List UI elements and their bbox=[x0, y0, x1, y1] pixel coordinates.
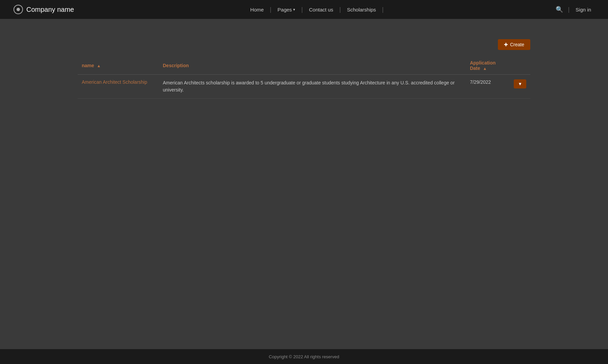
scholarship-table: name ▲ Description Application Date ▲ Am… bbox=[78, 57, 530, 99]
plus-icon: ✚ bbox=[504, 42, 508, 47]
brand-name: Company name bbox=[26, 6, 74, 14]
nav-link-contact[interactable]: Contact us bbox=[303, 7, 339, 12]
copyright-text: Copyright © 2022 All rights reserved bbox=[269, 354, 339, 359]
nav-link-scholarships[interactable]: Scholarships bbox=[341, 7, 382, 12]
logo-icon bbox=[14, 5, 23, 14]
nav-actions: 🔍 | Sign in bbox=[554, 4, 594, 15]
row-action-button[interactable]: ▼ bbox=[514, 79, 526, 88]
main-content: ✚ Create name ▲ Description Application … bbox=[0, 19, 608, 112]
row-description: American Architects scholarship is award… bbox=[159, 75, 466, 99]
row-action-cell: ▼ bbox=[510, 75, 530, 99]
chevron-down-icon: ▼ bbox=[518, 81, 522, 86]
table-header-row: name ▲ Description Application Date ▲ bbox=[78, 57, 530, 75]
signin-button[interactable]: Sign in bbox=[572, 7, 594, 12]
col-name-label: name bbox=[82, 63, 94, 68]
table-row: American Architect Scholarship American … bbox=[78, 75, 530, 99]
nav-link-pages-label: Pages bbox=[278, 7, 292, 12]
toolbar: ✚ Create bbox=[78, 39, 530, 50]
sort-icon-date: ▲ bbox=[483, 66, 487, 71]
sort-icon-name: ▲ bbox=[97, 63, 101, 68]
search-icon[interactable]: 🔍 bbox=[554, 4, 565, 15]
chevron-down-icon: ▾ bbox=[293, 7, 295, 12]
col-header-actions bbox=[510, 57, 530, 75]
footer: Copyright © 2022 All rights reserved bbox=[0, 349, 608, 364]
row-name[interactable]: American Architect Scholarship bbox=[78, 75, 159, 99]
nav-divider-4: | bbox=[382, 6, 384, 13]
row-date: 7/29/2022 bbox=[466, 75, 510, 99]
create-button[interactable]: ✚ Create bbox=[498, 39, 530, 50]
brand[interactable]: Company name bbox=[14, 5, 74, 14]
col-header-application-date[interactable]: Application Date ▲ bbox=[466, 57, 510, 75]
col-description-label: Description bbox=[163, 63, 189, 68]
col-header-name[interactable]: name ▲ bbox=[78, 57, 159, 75]
nav-link-pages[interactable]: Pages ▾ bbox=[272, 7, 302, 12]
create-label: Create bbox=[510, 42, 524, 47]
navbar: Company name Home | Pages ▾ | Contact us… bbox=[0, 0, 608, 19]
nav-links: Home | Pages ▾ | Contact us | Scholarshi… bbox=[244, 6, 384, 13]
col-header-description: Description bbox=[159, 57, 466, 75]
nav-divider-5: | bbox=[568, 6, 569, 13]
nav-link-home[interactable]: Home bbox=[244, 7, 270, 12]
